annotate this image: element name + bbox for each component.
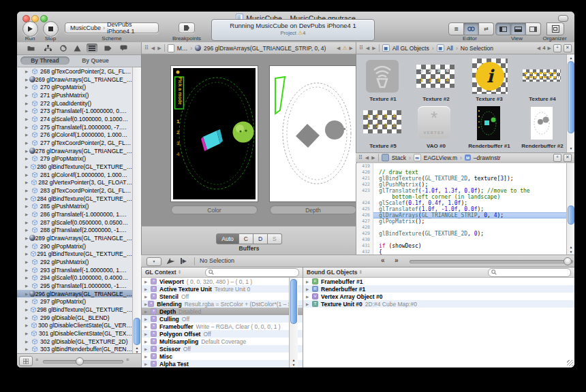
disclosure-triangle-icon[interactable]: ▶ xyxy=(144,280,151,284)
gl-call-row[interactable]: ▶303 glBindRenderbuffer(GL_REN… xyxy=(17,346,132,353)
resize-grip[interactable] xyxy=(567,360,573,366)
disclosure-triangle-icon[interactable]: ▶ xyxy=(144,325,151,329)
renderbuffer-2-thumbnail[interactable] xyxy=(530,106,553,140)
breadcrumb-all[interactable]: All xyxy=(447,45,453,52)
toolbar-toggle-button[interactable] xyxy=(558,15,568,22)
forward-icon[interactable]: ▶ xyxy=(372,46,375,51)
code-text[interactable]: glBindTexture(GL_TEXTURE_2D, texture[3])… xyxy=(373,176,574,182)
gl-call-row[interactable]: ▶281 glColor4f(1.0000000, 1.000… xyxy=(17,171,132,179)
disclosure-triangle-icon[interactable]: ▶ xyxy=(25,165,30,169)
add-editor-icon[interactable]: + xyxy=(553,154,561,162)
disclosure-triangle-icon[interactable]: ▶ xyxy=(25,244,31,248)
gl-call-row[interactable]: ▶283 glTexCoordPointer(2, GL_FL… xyxy=(17,186,132,195)
disclosure-triangle-icon[interactable]: ▶ xyxy=(25,212,31,216)
show-navigator-button[interactable] xyxy=(495,22,511,35)
stop-button[interactable] xyxy=(43,21,59,37)
code-text[interactable] xyxy=(373,163,574,169)
texture-5-thumbnail[interactable]: 1 2 3 4 1 2 3 4 xyxy=(363,110,401,133)
sort-icon[interactable]: ⇕ xyxy=(358,270,362,275)
gl-call-row[interactable]: ▶301 glDisableClientState(GL_TEX… xyxy=(17,329,132,338)
gl-call-row[interactable]: ▶282 glVertexPointer(3, GL_FLOAT… xyxy=(17,178,132,186)
disclosure-triangle-icon[interactable]: ▶ xyxy=(25,260,31,264)
gl-call-row[interactable]: ▶280 glBindTexture(GL_TEXTURE_… xyxy=(17,163,132,171)
gl-state-row[interactable]: ▶*Polygon OffsetOff xyxy=(142,330,303,338)
gl-call-row[interactable]: ▶269 glDrawArrays(GL_TRIANGLE_… xyxy=(17,76,132,84)
version-editor-button[interactable]: ⇄ xyxy=(479,22,494,35)
texture-3-thumbnail[interactable]: i xyxy=(472,59,508,94)
disclosure-triangle-icon[interactable]: ▶ xyxy=(25,347,31,351)
disclosure-triangle-icon[interactable]: ▶ xyxy=(25,69,31,74)
gl-state-row[interactable]: ▶*StencilOff xyxy=(142,293,303,300)
gl-call-row[interactable]: ▶270 glPopMatrix() xyxy=(17,83,132,91)
disclosure-triangle-icon[interactable]: ▶ xyxy=(25,308,30,312)
gl-call-row[interactable]: ▶302 glDisable(GL_TEXTURE_2D) xyxy=(17,338,132,346)
gl-call-row[interactable]: ▶271 glPushMatrix() xyxy=(17,91,132,99)
disclosure-triangle-icon[interactable]: ▶ xyxy=(25,331,31,336)
gl-call-row[interactable]: ▶298 glBindTexture(GL_TEXTURE_… xyxy=(17,306,132,314)
scrollbar-thumb[interactable] xyxy=(568,61,574,133)
disclosure-triangle-icon[interactable]: ▶ xyxy=(25,204,31,208)
gl-call-row[interactable]: ▶287 glScalef(0.0500000, 0.0500… xyxy=(17,218,132,227)
disclosure-triangle-icon[interactable]: ▶ xyxy=(25,340,31,344)
frame-scrubber-slider[interactable] xyxy=(410,260,573,263)
gl-state-row[interactable]: ▶*DepthDisabled xyxy=(142,308,303,315)
code-text[interactable] xyxy=(373,237,574,243)
issue-navigator-icon[interactable] xyxy=(72,44,82,52)
depth-buffer-preview[interactable] xyxy=(270,66,356,201)
log-navigator-icon[interactable] xyxy=(118,44,129,52)
scope-by-thread[interactable]: By Thread xyxy=(20,56,70,65)
next-issue-icon[interactable]: ▶ xyxy=(350,46,353,51)
disclosure-triangle-icon[interactable]: ▶ xyxy=(25,117,31,121)
disclosure-triangle-icon[interactable]: ▶ xyxy=(25,173,31,177)
scroll-up-icon[interactable]: ▲ xyxy=(290,358,298,362)
disclosure-triangle-icon[interactable]: ▶ xyxy=(144,332,151,336)
gl-call-row[interactable]: ▶297 glPopMatrix() xyxy=(17,297,132,306)
frame-last-icon[interactable]: » xyxy=(395,257,399,264)
close-editor-icon[interactable]: ✕ xyxy=(564,154,572,162)
breakpoints-button[interactable] xyxy=(179,22,195,33)
buffer-segment-s[interactable]: S xyxy=(268,233,282,244)
gl-call-row[interactable]: ▶294 glScalef(0.1000000, 0.4000… xyxy=(17,274,132,282)
related-items-icon[interactable]: ⠿ xyxy=(358,154,363,161)
scrubber-knob[interactable] xyxy=(564,257,572,265)
buffer-segment-auto[interactable]: Auto xyxy=(216,233,239,244)
gl-context-title[interactable]: GL Context xyxy=(145,269,176,276)
gl-state-row[interactable]: ▶*FramebufferWrite – RGBA, Clear ( 0, 0,… xyxy=(142,323,303,330)
debug-navigator-icon[interactable] xyxy=(87,44,97,52)
texture-1-thumbnail[interactable] xyxy=(366,60,399,93)
disclosure-triangle-icon[interactable]: ▶ xyxy=(25,85,31,89)
disclosure-triangle-icon[interactable]: ▶ xyxy=(144,347,151,351)
color-buffer-label[interactable]: Color xyxy=(171,206,258,214)
gl-state-row[interactable]: ▶*Viewport( 0, 0, 320, 480 ) – ( 0, 1 ) xyxy=(142,278,303,285)
gl-state-row[interactable]: ▶*Alpha Test xyxy=(142,360,303,368)
disclosure-triangle-icon[interactable]: ▶ xyxy=(144,310,151,314)
gl-state-row[interactable]: ▶*MultisamplingDefault Coverage xyxy=(142,338,303,345)
code-text[interactable]: glPopMatrix(); xyxy=(373,218,574,225)
disclosure-triangle-icon[interactable]: ▶ xyxy=(25,93,31,97)
disclosure-triangle-icon[interactable]: ▶ xyxy=(25,197,30,201)
scrollbar-thumb[interactable] xyxy=(134,318,140,345)
gl-call-row[interactable]: ▶291 glBindTexture(GL_TEXTURE_… xyxy=(17,250,132,258)
bound-object-row[interactable]: ▶TTexture Unit #02D:#4 Cube Map:#0 xyxy=(303,300,574,308)
code-text[interactable]: glDrawArrays(GL_TRIANGLE_STRIP, 0, 4); xyxy=(373,212,574,218)
disclosure-triangle-icon[interactable]: ▶ xyxy=(306,302,312,306)
gl-state-row[interactable]: ▶*Misc xyxy=(142,353,303,360)
assistant-editor-button[interactable] xyxy=(464,22,479,35)
code-text[interactable]: glBindTexture(GL_TEXTURE_2D, 0); xyxy=(373,231,574,237)
forward-icon[interactable]: ▶ xyxy=(157,46,161,51)
color-buffer-preview[interactable]: Pick a mode 1 2 3 4 xyxy=(171,66,258,201)
gl-call-row[interactable]: ▶295 glTranslatef(1.0000000, -1.… xyxy=(17,282,132,290)
disclosure-triangle-icon[interactable]: ▶ xyxy=(144,287,151,291)
code-text[interactable]: // draw text xyxy=(373,169,574,176)
next-page-icon[interactable]: ▶ xyxy=(548,46,551,51)
symbol-navigator-icon[interactable] xyxy=(42,44,53,52)
gl-call-row[interactable]: ▶284 glBindTexture(GL_TEXTURE_… xyxy=(17,195,132,203)
disclosure-triangle-icon[interactable]: ▶ xyxy=(306,295,312,299)
close-assistant-icon[interactable]: ✕ xyxy=(564,44,572,52)
breadcrumb-file[interactable]: EAGLView.m xyxy=(424,154,457,161)
navigator-scrollbar[interactable]: ▲ ▼ xyxy=(132,67,141,353)
bound-objects-title[interactable]: Bound GL Objects xyxy=(307,269,357,276)
texture-4-thumbnail[interactable] xyxy=(523,69,561,82)
gl-call-row[interactable]: ▶293 glTranslatef(-1.0000000, 1.… xyxy=(17,266,132,274)
disclosure-triangle-icon[interactable]: ▶ xyxy=(25,252,30,256)
